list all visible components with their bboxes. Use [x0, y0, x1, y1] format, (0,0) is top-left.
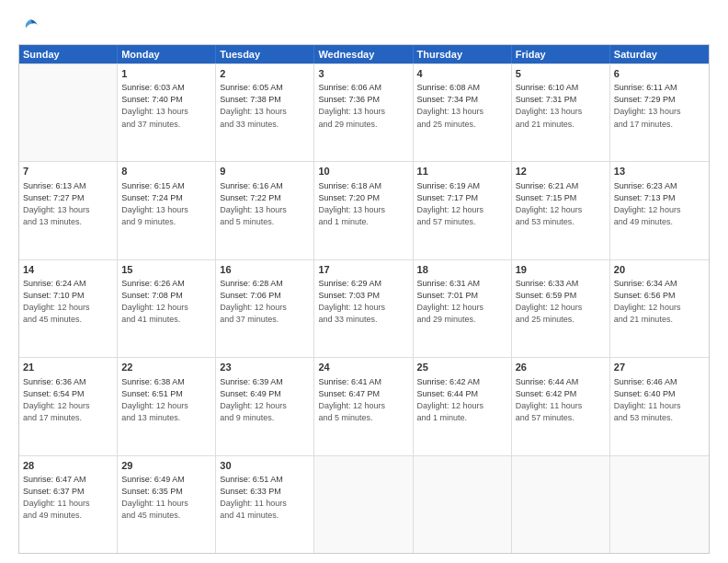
daylight-text-2: and 21 minutes. — [516, 119, 606, 131]
daylight-text-2: and 5 minutes. — [318, 412, 408, 424]
day-number: 28 — [23, 459, 113, 473]
daylight-text-1: Daylight: 11 hours — [121, 498, 211, 510]
day-number: 1 — [121, 67, 211, 81]
daylight-text-1: Daylight: 12 hours — [23, 302, 113, 314]
sunrise-text: Sunrise: 6:44 AM — [516, 376, 606, 388]
calendar-cell: 23Sunrise: 6:39 AMSunset: 6:49 PMDayligh… — [216, 358, 314, 454]
sunrise-text: Sunrise: 6:28 AM — [220, 278, 310, 290]
sunset-text: Sunset: 7:22 PM — [220, 192, 310, 204]
calendar-cell: 19Sunrise: 6:33 AMSunset: 6:59 PMDayligh… — [512, 260, 610, 357]
daylight-text-1: Daylight: 13 hours — [121, 106, 211, 118]
header-day-wednesday: Wednesday — [314, 45, 413, 63]
sunset-text: Sunset: 7:27 PM — [23, 192, 113, 204]
day-number: 12 — [516, 165, 606, 178]
sunset-text: Sunset: 7:34 PM — [417, 94, 507, 106]
sunset-text: Sunset: 7:10 PM — [23, 290, 113, 302]
daylight-text-1: Daylight: 12 hours — [318, 302, 408, 314]
calendar-cell: 14Sunrise: 6:24 AMSunset: 7:10 PMDayligh… — [19, 260, 118, 357]
daylight-text-2: and 41 minutes. — [220, 510, 310, 522]
calendar-week-1: 1Sunrise: 6:03 AMSunset: 7:40 PMDaylight… — [19, 63, 709, 161]
sunset-text: Sunset: 7:01 PM — [417, 290, 507, 302]
daylight-text-2: and 57 minutes. — [516, 412, 606, 424]
daylight-text-2: and 1 minute. — [318, 216, 408, 228]
sunrise-text: Sunrise: 6:34 AM — [614, 278, 705, 290]
daylight-text-2: and 29 minutes. — [417, 314, 507, 326]
daylight-text-1: Daylight: 12 hours — [318, 400, 408, 412]
daylight-text-2: and 45 minutes. — [23, 314, 113, 326]
calendar-cell: 20Sunrise: 6:34 AMSunset: 6:56 PMDayligh… — [610, 260, 709, 357]
day-number: 17 — [318, 263, 408, 277]
calendar-week-2: 7Sunrise: 6:13 AMSunset: 7:27 PMDaylight… — [19, 161, 709, 259]
daylight-text-1: Daylight: 12 hours — [220, 400, 310, 412]
daylight-text-1: Daylight: 12 hours — [516, 302, 606, 314]
sunset-text: Sunset: 6:54 PM — [23, 388, 113, 400]
sunrise-text: Sunrise: 6:19 AM — [417, 180, 507, 192]
day-number: 18 — [417, 263, 507, 277]
calendar-cell: 17Sunrise: 6:29 AMSunset: 7:03 PMDayligh… — [314, 260, 413, 357]
daylight-text-2: and 37 minutes. — [220, 314, 310, 326]
sunrise-text: Sunrise: 6:24 AM — [23, 278, 113, 290]
sunset-text: Sunset: 7:38 PM — [220, 94, 310, 106]
header-day-saturday: Saturday — [610, 45, 709, 63]
sunrise-text: Sunrise: 6:13 AM — [23, 180, 113, 192]
sunrise-text: Sunrise: 6:15 AM — [121, 180, 211, 192]
day-number: 22 — [121, 361, 211, 374]
day-number: 16 — [220, 263, 310, 277]
daylight-text-2: and 17 minutes. — [23, 412, 113, 424]
sunrise-text: Sunrise: 6:51 AM — [220, 474, 310, 486]
daylight-text-2: and 57 minutes. — [417, 216, 507, 228]
sunrise-text: Sunrise: 6:10 AM — [516, 82, 606, 94]
daylight-text-1: Daylight: 11 hours — [220, 498, 310, 510]
sunset-text: Sunset: 6:35 PM — [121, 486, 211, 498]
day-number: 15 — [121, 263, 211, 277]
calendar-cell: 8Sunrise: 6:15 AMSunset: 7:24 PMDaylight… — [118, 162, 216, 259]
calendar-cell: 1Sunrise: 6:03 AMSunset: 7:40 PMDaylight… — [118, 64, 216, 161]
daylight-text-1: Daylight: 12 hours — [417, 302, 507, 314]
daylight-text-2: and 13 minutes. — [23, 216, 113, 228]
header-day-tuesday: Tuesday — [216, 45, 314, 63]
sunset-text: Sunset: 7:29 PM — [614, 94, 705, 106]
calendar-week-5: 28Sunrise: 6:47 AMSunset: 6:37 PMDayligh… — [19, 455, 709, 553]
day-number: 14 — [23, 263, 113, 277]
sunrise-text: Sunrise: 6:23 AM — [614, 180, 705, 192]
day-number: 9 — [220, 165, 310, 178]
day-number: 2 — [220, 67, 310, 81]
sunrise-text: Sunrise: 6:08 AM — [417, 82, 507, 94]
header — [18, 17, 710, 37]
daylight-text-2: and 33 minutes. — [220, 119, 310, 131]
calendar-cell: 18Sunrise: 6:31 AMSunset: 7:01 PMDayligh… — [414, 260, 512, 357]
daylight-text-2: and 53 minutes. — [516, 216, 606, 228]
day-number: 24 — [318, 361, 408, 374]
daylight-text-2: and 21 minutes. — [614, 314, 705, 326]
sunset-text: Sunset: 6:47 PM — [318, 388, 408, 400]
daylight-text-1: Daylight: 12 hours — [121, 400, 211, 412]
day-number: 5 — [516, 67, 606, 81]
day-number: 10 — [318, 165, 408, 178]
daylight-text-2: and 13 minutes. — [121, 412, 211, 424]
daylight-text-1: Daylight: 13 hours — [318, 106, 408, 118]
calendar-header: SundayMondayTuesdayWednesdayThursdayFrid… — [19, 45, 709, 63]
daylight-text-2: and 9 minutes. — [220, 412, 310, 424]
daylight-text-2: and 1 minute. — [417, 412, 507, 424]
calendar-cell — [414, 456, 512, 553]
daylight-text-1: Daylight: 12 hours — [614, 204, 705, 216]
daylight-text-1: Daylight: 12 hours — [516, 204, 606, 216]
daylight-text-1: Daylight: 13 hours — [23, 204, 113, 216]
header-day-sunday: Sunday — [19, 45, 118, 63]
day-number: 19 — [516, 263, 606, 277]
daylight-text-1: Daylight: 11 hours — [23, 498, 113, 510]
daylight-text-1: Daylight: 13 hours — [220, 106, 310, 118]
calendar-cell: 12Sunrise: 6:21 AMSunset: 7:15 PMDayligh… — [512, 162, 610, 259]
sunset-text: Sunset: 6:40 PM — [614, 388, 705, 400]
calendar-cell: 30Sunrise: 6:51 AMSunset: 6:33 PMDayligh… — [216, 456, 314, 553]
sunset-text: Sunset: 6:51 PM — [121, 388, 211, 400]
calendar-cell — [19, 64, 118, 161]
calendar-cell: 2Sunrise: 6:05 AMSunset: 7:38 PMDaylight… — [216, 64, 314, 161]
header-day-thursday: Thursday — [414, 45, 512, 63]
calendar-body: 1Sunrise: 6:03 AMSunset: 7:40 PMDaylight… — [19, 63, 709, 553]
sunrise-text: Sunrise: 6:18 AM — [318, 180, 408, 192]
daylight-text-2: and 25 minutes. — [516, 314, 606, 326]
day-number: 27 — [614, 361, 705, 374]
sunrise-text: Sunrise: 6:11 AM — [614, 82, 705, 94]
daylight-text-2: and 9 minutes. — [121, 216, 211, 228]
